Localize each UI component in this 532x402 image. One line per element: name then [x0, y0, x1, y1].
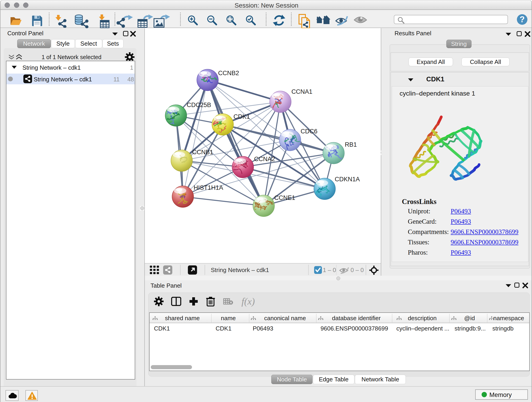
- svg-text:CDK1: CDK1: [234, 113, 250, 120]
- svg-text:CCNB2: CCNB2: [218, 70, 239, 77]
- svg-text:CCNA1: CCNA1: [291, 88, 312, 95]
- svg-text:CDC25B: CDC25B: [187, 102, 211, 108]
- svg-text:CCNA2: CCNA2: [254, 156, 275, 162]
- svg-text:CCNE1: CCNE1: [274, 194, 295, 201]
- svg-text:HIST1H1A: HIST1H1A: [194, 184, 223, 191]
- svg-text:CCNB1: CCNB1: [192, 149, 213, 156]
- svg-text:RB1: RB1: [345, 141, 357, 148]
- svg-text:CDKN1A: CDKN1A: [335, 176, 360, 183]
- svg-text:CDC6: CDC6: [301, 128, 317, 135]
